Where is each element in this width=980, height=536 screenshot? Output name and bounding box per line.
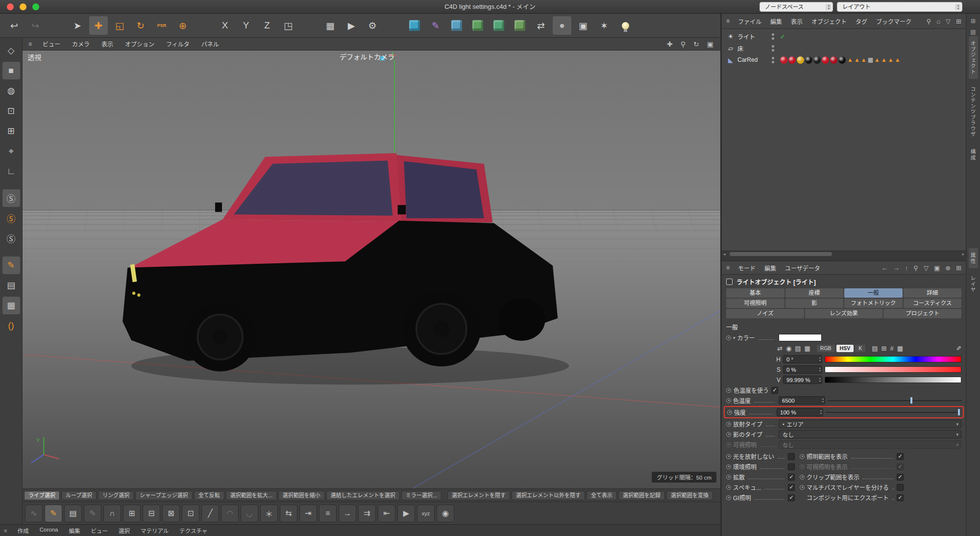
selection-command-button[interactable]: 全て反転 bbox=[194, 491, 224, 500]
value-gradient-bar[interactable] bbox=[825, 377, 961, 383]
value-input[interactable]: 99.999 % ▴▾ bbox=[783, 376, 822, 384]
anim-dot-icon[interactable] bbox=[726, 335, 731, 340]
option-checkbox[interactable] bbox=[897, 494, 904, 501]
render-view-icon[interactable]: ▦ bbox=[321, 16, 340, 35]
object-tree-scrollbar[interactable]: ◂ ▸ bbox=[722, 251, 966, 257]
selection-tag[interactable]: ▲ bbox=[874, 56, 880, 64]
live-selection-icon[interactable]: ➤ bbox=[68, 16, 87, 35]
quantize-icon[interactable]: ▦ bbox=[2, 297, 20, 314]
collapse-tool-icon[interactable]: ⇤ bbox=[378, 505, 395, 522]
stepper-icon[interactable]: ▴▾ bbox=[818, 367, 821, 372]
viewport-menu-item[interactable]: ビュー bbox=[37, 40, 66, 48]
move-tool-icon[interactable]: ✚ bbox=[89, 16, 108, 35]
material-tag[interactable] bbox=[797, 56, 804, 64]
filter-icon[interactable]: ▽ bbox=[946, 18, 951, 25]
color-mode-button[interactable]: HSV bbox=[836, 345, 854, 352]
matrix-extrude-tool-icon[interactable]: ⊠ bbox=[162, 505, 180, 522]
play-tool-icon[interactable]: ▶ bbox=[397, 505, 415, 522]
attribute-tab[interactable]: 基本 bbox=[726, 288, 784, 298]
lock-z-icon[interactable]: Z bbox=[258, 16, 276, 35]
snap-icon[interactable]: ✎ bbox=[2, 256, 20, 274]
magic-tool-icon[interactable]: ＊ bbox=[260, 505, 278, 522]
selection-command-button[interactable]: 選択範囲を記録 bbox=[618, 491, 665, 500]
selection-tag[interactable]: ▲ bbox=[888, 56, 894, 64]
selection-tag[interactable]: ▲ bbox=[881, 56, 887, 64]
object-manager-menu-item[interactable]: 編集 bbox=[766, 17, 786, 26]
material-tag[interactable] bbox=[780, 56, 787, 64]
intensity-input[interactable]: 100 % ▴▾ bbox=[777, 408, 823, 416]
color-swatch[interactable] bbox=[779, 334, 822, 341]
array-icon[interactable] bbox=[490, 16, 508, 35]
make-editable-icon[interactable]: ◇ bbox=[2, 42, 20, 59]
anim-dot-icon[interactable] bbox=[726, 475, 731, 480]
color-wheel-icon[interactable]: ◉ bbox=[786, 345, 791, 352]
anim-dot-icon[interactable] bbox=[727, 410, 732, 415]
back-icon[interactable]: ← bbox=[882, 264, 888, 272]
selection-tag[interactable]: ▲ bbox=[847, 56, 853, 64]
stage-icon[interactable]: ✶ bbox=[595, 16, 613, 35]
selection-tag[interactable]: ▲ bbox=[895, 56, 901, 64]
anim-dot-icon[interactable] bbox=[800, 485, 805, 490]
selection-tag[interactable]: ▦ bbox=[868, 56, 873, 64]
falloff-icon[interactable]: () bbox=[2, 317, 20, 334]
expand-chevron-icon[interactable]: ▾ bbox=[733, 335, 735, 340]
attribute-tab[interactable]: ノイズ bbox=[726, 309, 804, 318]
anim-dot-icon[interactable] bbox=[726, 388, 731, 393]
attribute-tab[interactable]: 影 bbox=[785, 299, 844, 308]
object-manager-menu-item[interactable]: ファイル bbox=[734, 17, 766, 26]
selection-command-button[interactable]: リング選択 bbox=[98, 491, 134, 500]
object-manager-menu-item[interactable]: タグ bbox=[851, 17, 872, 26]
tool-button[interactable] bbox=[195, 16, 213, 35]
object-enable-checkbox[interactable] bbox=[726, 279, 733, 285]
viewport-menu-item[interactable]: 表示 bbox=[96, 40, 119, 48]
attribute-tab[interactable]: フォトメトリック bbox=[844, 299, 903, 308]
intensity-slider[interactable] bbox=[826, 409, 960, 415]
rotate-tool-icon[interactable]: ↻ bbox=[131, 16, 150, 35]
option-checkbox[interactable] bbox=[788, 484, 795, 491]
option-checkbox[interactable] bbox=[788, 494, 795, 501]
object-manager-menu-item[interactable]: 表示 bbox=[786, 17, 807, 26]
anim-dot-icon[interactable] bbox=[726, 422, 731, 427]
material-tag[interactable] bbox=[830, 56, 837, 64]
attribute-tab[interactable]: プロジェクト bbox=[883, 309, 961, 318]
object-row-carred[interactable]: ◣ CarRed ▲▲▲▦▲▲▲▲ bbox=[722, 54, 966, 66]
hex-icon[interactable]: # bbox=[890, 345, 893, 352]
redo-icon[interactable]: ↪ bbox=[26, 16, 45, 35]
viewport-menu-item[interactable]: フィルタ bbox=[160, 40, 196, 48]
texture-axis-icon[interactable]: ⊡ bbox=[2, 102, 20, 120]
toggle-view-icon[interactable]: ▣ bbox=[707, 40, 713, 48]
swatches-icon[interactable]: ⊞ bbox=[882, 345, 887, 352]
edge-mode-icon[interactable]: Ⓢ bbox=[2, 209, 20, 227]
option-checkbox[interactable] bbox=[788, 474, 795, 481]
viewport-menu-item[interactable]: オプション bbox=[119, 40, 160, 48]
material-tag[interactable] bbox=[788, 56, 796, 64]
split-tool-icon[interactable]: ⇉ bbox=[358, 505, 376, 522]
enable-axis-icon[interactable]: ⌖ bbox=[2, 142, 20, 160]
xyz-toggle[interactable]: xyz bbox=[417, 505, 435, 522]
slide-tool-icon[interactable]: ⇆ bbox=[280, 505, 297, 522]
lock-y-icon[interactable]: Y bbox=[237, 16, 255, 35]
object-manager-menu-item[interactable]: オブジェクト bbox=[807, 17, 851, 26]
spectrum-icon[interactable]: ▤ bbox=[795, 345, 801, 352]
coord-system-icon[interactable]: ◳ bbox=[279, 16, 297, 35]
viewport-menu-icon[interactable]: ≡ bbox=[28, 41, 32, 48]
dock-tab[interactable]: オブジェクト bbox=[969, 36, 978, 79]
enabled-check-tag[interactable]: ✓ bbox=[780, 33, 785, 40]
status-menu-item[interactable]: 編集 bbox=[63, 527, 85, 535]
anim-dot-icon[interactable] bbox=[726, 398, 731, 403]
filter-icon[interactable]: ▽ bbox=[924, 264, 929, 272]
stepper-icon[interactable]: ▴▾ bbox=[819, 409, 822, 415]
object-manager-menu-icon[interactable]: ≡ bbox=[726, 18, 730, 25]
anim-dot-icon[interactable] bbox=[726, 485, 731, 490]
visibility-toggles[interactable] bbox=[772, 33, 774, 40]
forward-icon[interactable]: → bbox=[893, 264, 900, 272]
anim-dot-icon[interactable] bbox=[800, 475, 805, 480]
up-icon[interactable]: ↑ bbox=[905, 264, 908, 272]
knife-tool-icon[interactable]: ╱ bbox=[201, 505, 219, 522]
undo-icon[interactable]: ↩ bbox=[5, 16, 24, 35]
dock-tab[interactable]: レイヤ bbox=[969, 271, 978, 297]
search-icon[interactable]: ⚲ bbox=[913, 264, 918, 272]
status-menu-item[interactable]: ビュー bbox=[85, 527, 113, 535]
shadow-type-select[interactable]: なし ▾ bbox=[779, 430, 961, 438]
compare-icon[interactable]: ⇄ bbox=[777, 345, 783, 352]
